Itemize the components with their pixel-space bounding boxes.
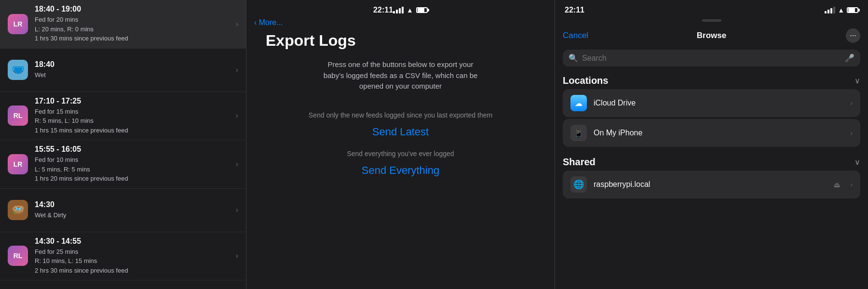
chevron-right-icon: › — [236, 160, 238, 169]
status-icons: ▲ — [825, 6, 858, 14]
raspberrypi-chevron-icon: › — [850, 181, 853, 188]
browse-content: Locations ∨ ☁ iCloud Drive › 📱 On My iPh… — [555, 71, 868, 289]
eject-icon: ⏏ — [833, 180, 841, 189]
export-body: Export Logs Press one of the buttons bel… — [246, 27, 555, 289]
send-latest-hint: Send only the new feeds logged since you… — [309, 111, 492, 119]
avatar: RL — [8, 105, 28, 126]
export-description: Press one of the buttons below to export… — [319, 59, 483, 92]
signal-icon — [393, 7, 404, 13]
item-content: 14:30 Wet & Dirty — [35, 200, 232, 220]
avatar: RL — [8, 246, 28, 266]
shared-title: Shared — [563, 157, 596, 168]
export-logs-panel: 22:11 ▲ ‹ More... Export Logs Press one … — [246, 0, 555, 289]
item-content: 15:55 - 16:05 Fed for 10 minsL: 5 mins, … — [35, 145, 232, 184]
on-my-iphone-chevron-icon: › — [850, 129, 853, 137]
avatar: LR — [8, 154, 28, 174]
list-item[interactable]: RL 14:30 - 14:55 Fed for 25 minsR: 10 mi… — [0, 232, 246, 281]
send-everything-button[interactable]: Send Everything — [362, 162, 439, 179]
list-item[interactable]: LR 18:40 - 19:00 Fed for 20 minsL: 20 mi… — [0, 0, 246, 49]
item-title: 18:40 — [35, 60, 232, 69]
browse-header: Cancel Browse ··· — [555, 25, 868, 47]
feed-log-panel: LR 18:40 - 19:00 Fed for 20 minsL: 20 mi… — [0, 0, 246, 289]
item-sub: Fed for 20 minsL: 20 mins, R: 0 mins1 hr… — [35, 15, 232, 43]
chevron-right-icon: › — [236, 206, 238, 214]
raspberrypi-label: raspberrypi.local — [594, 180, 827, 189]
signal-icon — [825, 7, 835, 13]
item-sub: Wet — [35, 70, 232, 80]
chevron-right-icon: › — [236, 251, 238, 260]
on-my-iphone-label: On My iPhone — [594, 129, 843, 137]
chevron-right-icon: › — [236, 20, 238, 28]
locations-title: Locations — [563, 75, 608, 86]
icloud-drive-chevron-icon: › — [850, 99, 853, 107]
icloud-drive-label: iCloud Drive — [594, 99, 843, 107]
drag-indicator — [555, 17, 868, 25]
shared-chevron-icon[interactable]: ∨ — [854, 158, 860, 167]
avatar: LR — [8, 14, 28, 34]
item-title: 14:30 - 14:55 — [35, 237, 232, 246]
iphone-icon: 📱 — [570, 125, 587, 141]
chevron-right-icon: › — [236, 111, 238, 120]
wifi-icon: ▲ — [407, 6, 413, 14]
item-content: 18:40 - 19:00 Fed for 20 minsL: 20 mins,… — [35, 5, 232, 43]
item-sub: Wet & Dirty — [35, 210, 232, 220]
list-item[interactable]: 🩲 18:40 Wet › — [0, 49, 246, 92]
item-sub: Fed for 15 minsR: 5 mins, L: 10 mins1 hr… — [35, 107, 232, 135]
battery-icon — [847, 7, 858, 13]
send-everything-hint: Send everything you've ever logged — [347, 150, 454, 158]
export-title: Export Logs — [266, 32, 356, 50]
item-sub: Fed for 10 minsL: 5 mins, R: 5 mins1 hrs… — [35, 155, 232, 184]
more-menu-container: ··· — [761, 28, 860, 43]
item-title: 14:30 — [35, 200, 232, 209]
on-my-iphone-item[interactable]: 📱 On My iPhone › — [563, 119, 860, 147]
browse-title: Browse — [662, 31, 761, 40]
chevron-right-icon: › — [236, 66, 238, 74]
list-item[interactable]: LR 15:55 - 16:05 Fed for 10 minsL: 5 min… — [0, 140, 246, 189]
avatar: 🪺 — [8, 200, 28, 220]
cancel-button[interactable]: Cancel — [563, 31, 662, 40]
send-latest-button[interactable]: Send Latest — [372, 124, 429, 140]
item-content: 18:40 Wet — [35, 60, 232, 80]
browse-panel: 22:11 ▲ Cancel Browse ··· 🔍 — [555, 0, 868, 289]
mic-icon: 🎤 — [845, 53, 854, 63]
web-icon: 🌐 — [570, 176, 587, 193]
ellipsis-icon: ··· — [850, 31, 856, 40]
avatar: 🩲 — [8, 60, 28, 80]
item-title: 15:55 - 16:05 — [35, 145, 232, 154]
icloud-drive-item[interactable]: ☁ iCloud Drive › — [563, 89, 860, 117]
status-time: 22:11 — [565, 6, 584, 14]
status-icons: ▲ — [393, 6, 428, 14]
shared-section-header: Shared ∨ — [555, 153, 868, 170]
search-input[interactable] — [582, 54, 841, 63]
more-button[interactable]: ··· — [846, 28, 860, 43]
back-button[interactable]: ‹ More... — [246, 16, 555, 27]
status-bar: 22:11 ▲ — [555, 0, 868, 17]
locations-section-header: Locations ∨ — [555, 71, 868, 88]
battery-icon — [416, 7, 428, 13]
search-bar[interactable]: 🔍 🎤 — [563, 50, 860, 66]
raspberrypi-item[interactable]: 🌐 raspberrypi.local ⏏ › — [563, 171, 860, 198]
item-title: 18:40 - 19:00 — [35, 5, 232, 13]
wifi-icon: ▲ — [838, 6, 844, 14]
list-item[interactable]: 🪺 14:30 Wet & Dirty › — [0, 189, 246, 232]
send-everything-section: Send everything you've ever logged Send … — [266, 150, 535, 179]
locations-chevron-icon[interactable]: ∨ — [854, 76, 860, 85]
item-content: 14:30 - 14:55 Fed for 25 minsR: 10 mins,… — [35, 237, 232, 276]
item-sub: Fed for 25 minsR: 10 mins, L: 15 mins2 h… — [35, 247, 232, 276]
status-time: 22:11 — [373, 6, 393, 14]
icloud-icon: ☁ — [570, 95, 587, 111]
list-item[interactable]: RL 17:10 - 17:25 Fed for 15 minsR: 5 min… — [0, 92, 246, 141]
item-title: 17:10 - 17:25 — [35, 97, 232, 105]
item-content: 17:10 - 17:25 Fed for 15 minsR: 5 mins, … — [35, 97, 232, 135]
status-bar: 22:11 ▲ — [246, 0, 555, 16]
search-icon: 🔍 — [569, 53, 578, 63]
send-latest-section: Send only the new feeds logged since you… — [266, 111, 535, 140]
